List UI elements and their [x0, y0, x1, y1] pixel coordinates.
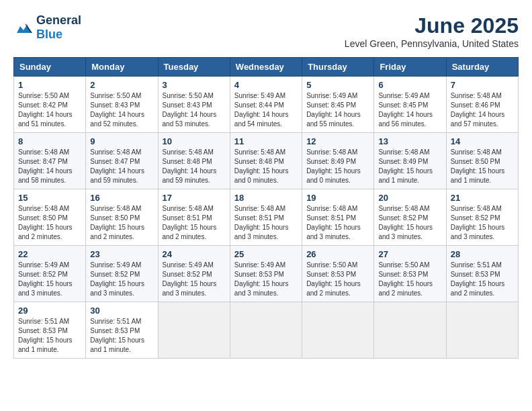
location-title: Level Green, Pennsylvania, United States — [345, 38, 519, 49]
calendar-cell: 29 Sunrise: 5:51 AMSunset: 8:53 PMDaylig… — [14, 302, 86, 359]
calendar-cell: 8 Sunrise: 5:48 AMSunset: 8:47 PMDayligh… — [14, 133, 86, 189]
day-number: 18 — [234, 193, 298, 203]
day-info: Sunrise: 5:50 AMSunset: 8:53 PMDaylight:… — [306, 261, 361, 297]
day-number: 15 — [18, 193, 81, 203]
logo-text: General Blue — [36, 13, 81, 42]
calendar-week-5: 29 Sunrise: 5:51 AMSunset: 8:53 PMDaylig… — [14, 302, 519, 359]
day-number: 24 — [163, 249, 226, 259]
calendar-cell: 3 Sunrise: 5:50 AMSunset: 8:43 PMDayligh… — [158, 77, 230, 133]
day-number: 16 — [90, 193, 153, 203]
calendar-week-4: 22 Sunrise: 5:49 AMSunset: 8:52 PMDaylig… — [14, 246, 519, 302]
calendar-cell: 18 Sunrise: 5:48 AMSunset: 8:51 PMDaylig… — [230, 189, 302, 246]
col-header-thursday: Thursday — [302, 58, 374, 77]
calendar-cell: 23 Sunrise: 5:49 AMSunset: 8:52 PMDaylig… — [86, 246, 158, 302]
day-number: 27 — [378, 249, 441, 259]
day-info: Sunrise: 5:48 AMSunset: 8:50 PMDaylight:… — [90, 205, 144, 240]
day-number: 21 — [451, 193, 514, 203]
day-info: Sunrise: 5:48 AMSunset: 8:49 PMDaylight:… — [306, 148, 361, 184]
calendar-cell: 1 Sunrise: 5:50 AMSunset: 8:42 PMDayligh… — [14, 77, 86, 133]
col-header-wednesday: Wednesday — [230, 58, 302, 77]
day-info: Sunrise: 5:48 AMSunset: 8:48 PMDaylight:… — [163, 148, 217, 184]
calendar-cell — [158, 302, 230, 359]
day-number: 1 — [18, 80, 81, 90]
day-info: Sunrise: 5:49 AMSunset: 8:45 PMDaylight:… — [378, 92, 433, 128]
day-number: 13 — [378, 136, 441, 146]
day-info: Sunrise: 5:49 AMSunset: 8:52 PMDaylight:… — [163, 261, 217, 297]
calendar-cell: 7 Sunrise: 5:48 AMSunset: 8:46 PMDayligh… — [446, 77, 518, 133]
day-info: Sunrise: 5:48 AMSunset: 8:50 PMDaylight:… — [451, 148, 505, 184]
calendar-cell: 4 Sunrise: 5:49 AMSunset: 8:44 PMDayligh… — [230, 77, 302, 133]
col-header-friday: Friday — [374, 58, 446, 77]
header-area: General Blue June 2025 Level Green, Penn… — [13, 13, 519, 49]
col-header-monday: Monday — [86, 58, 158, 77]
logo-general: General — [36, 13, 81, 27]
day-number: 6 — [378, 80, 441, 90]
day-info: Sunrise: 5:48 AMSunset: 8:49 PMDaylight:… — [378, 148, 433, 184]
calendar-cell: 15 Sunrise: 5:48 AMSunset: 8:50 PMDaylig… — [14, 189, 86, 246]
calendar-cell: 25 Sunrise: 5:49 AMSunset: 8:53 PMDaylig… — [230, 246, 302, 302]
day-info: Sunrise: 5:49 AMSunset: 8:45 PMDaylight:… — [306, 92, 361, 128]
day-info: Sunrise: 5:50 AMSunset: 8:43 PMDaylight:… — [163, 92, 217, 128]
day-number: 23 — [90, 249, 153, 259]
calendar-cell: 21 Sunrise: 5:48 AMSunset: 8:52 PMDaylig… — [446, 189, 518, 246]
day-info: Sunrise: 5:49 AMSunset: 8:52 PMDaylight:… — [18, 261, 73, 297]
day-info: Sunrise: 5:48 AMSunset: 8:52 PMDaylight:… — [378, 205, 433, 240]
logo-icon — [13, 19, 34, 36]
day-number: 26 — [306, 249, 369, 259]
day-number: 29 — [18, 306, 81, 316]
day-number: 9 — [90, 136, 153, 146]
day-number: 19 — [306, 193, 369, 203]
calendar-cell: 10 Sunrise: 5:48 AMSunset: 8:48 PMDaylig… — [158, 133, 230, 189]
day-number: 10 — [163, 136, 226, 146]
calendar-cell: 30 Sunrise: 5:51 AMSunset: 8:53 PMDaylig… — [86, 302, 158, 359]
calendar-cell: 12 Sunrise: 5:48 AMSunset: 8:49 PMDaylig… — [302, 133, 374, 189]
calendar-cell: 19 Sunrise: 5:48 AMSunset: 8:51 PMDaylig… — [302, 189, 374, 246]
day-number: 17 — [163, 193, 226, 203]
day-number: 2 — [90, 80, 153, 90]
calendar-cell: 13 Sunrise: 5:48 AMSunset: 8:49 PMDaylig… — [374, 133, 446, 189]
day-info: Sunrise: 5:48 AMSunset: 8:51 PMDaylight:… — [306, 205, 361, 240]
day-number: 30 — [90, 306, 153, 316]
calendar-cell: 28 Sunrise: 5:51 AMSunset: 8:53 PMDaylig… — [446, 246, 518, 302]
day-info: Sunrise: 5:49 AMSunset: 8:52 PMDaylight:… — [90, 261, 144, 297]
day-info: Sunrise: 5:48 AMSunset: 8:51 PMDaylight:… — [163, 205, 217, 240]
calendar-cell: 27 Sunrise: 5:50 AMSunset: 8:53 PMDaylig… — [374, 246, 446, 302]
calendar-cell: 5 Sunrise: 5:49 AMSunset: 8:45 PMDayligh… — [302, 77, 374, 133]
calendar-cell: 24 Sunrise: 5:49 AMSunset: 8:52 PMDaylig… — [158, 246, 230, 302]
calendar-cell: 26 Sunrise: 5:50 AMSunset: 8:53 PMDaylig… — [302, 246, 374, 302]
day-info: Sunrise: 5:48 AMSunset: 8:48 PMDaylight:… — [234, 148, 289, 184]
calendar-cell — [446, 302, 518, 359]
logo: General Blue — [13, 13, 81, 42]
day-info: Sunrise: 5:51 AMSunset: 8:53 PMDaylight:… — [451, 261, 505, 297]
day-info: Sunrise: 5:48 AMSunset: 8:52 PMDaylight:… — [451, 205, 505, 240]
calendar-cell — [374, 302, 446, 359]
calendar-cell: 11 Sunrise: 5:48 AMSunset: 8:48 PMDaylig… — [230, 133, 302, 189]
calendar-cell: 6 Sunrise: 5:49 AMSunset: 8:45 PMDayligh… — [374, 77, 446, 133]
calendar-week-1: 1 Sunrise: 5:50 AMSunset: 8:42 PMDayligh… — [14, 77, 519, 133]
logo-blue: Blue — [36, 28, 62, 41]
day-number: 4 — [234, 80, 298, 90]
day-info: Sunrise: 5:51 AMSunset: 8:53 PMDaylight:… — [18, 318, 73, 353]
day-number: 20 — [378, 193, 441, 203]
month-title: June 2025 — [345, 13, 519, 38]
col-header-saturday: Saturday — [446, 58, 518, 77]
day-info: Sunrise: 5:48 AMSunset: 8:51 PMDaylight:… — [234, 205, 289, 240]
day-info: Sunrise: 5:48 AMSunset: 8:47 PMDaylight:… — [18, 148, 73, 184]
col-header-sunday: Sunday — [14, 58, 86, 77]
day-info: Sunrise: 5:48 AMSunset: 8:50 PMDaylight:… — [18, 205, 73, 240]
title-area: June 2025 Level Green, Pennsylvania, Uni… — [345, 13, 519, 49]
col-header-tuesday: Tuesday — [158, 58, 230, 77]
day-number: 5 — [306, 80, 369, 90]
calendar-cell — [302, 302, 374, 359]
calendar-header-row: SundayMondayTuesdayWednesdayThursdayFrid… — [14, 58, 519, 77]
calendar-week-3: 15 Sunrise: 5:48 AMSunset: 8:50 PMDaylig… — [14, 189, 519, 246]
calendar-week-2: 8 Sunrise: 5:48 AMSunset: 8:47 PMDayligh… — [14, 133, 519, 189]
day-info: Sunrise: 5:49 AMSunset: 8:44 PMDaylight:… — [234, 92, 289, 128]
day-info: Sunrise: 5:50 AMSunset: 8:42 PMDaylight:… — [18, 92, 73, 128]
day-number: 8 — [18, 136, 81, 146]
calendar-cell: 14 Sunrise: 5:48 AMSunset: 8:50 PMDaylig… — [446, 133, 518, 189]
day-number: 12 — [306, 136, 369, 146]
day-info: Sunrise: 5:50 AMSunset: 8:43 PMDaylight:… — [90, 92, 144, 128]
day-number: 28 — [451, 249, 514, 259]
day-number: 25 — [234, 249, 298, 259]
